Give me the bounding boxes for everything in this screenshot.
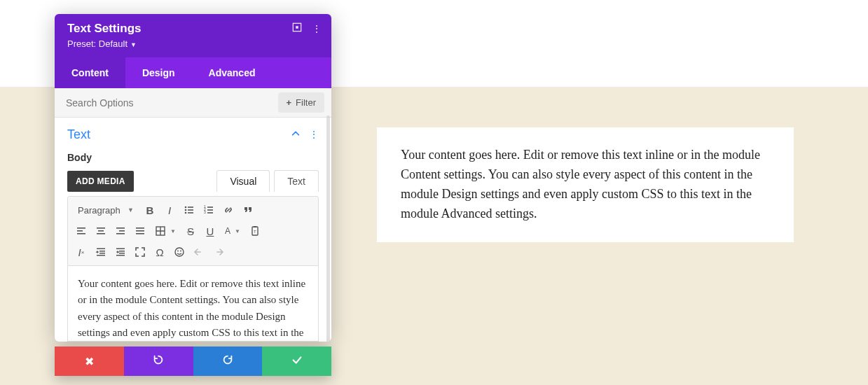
svg-point-42	[180, 251, 181, 252]
svg-point-6	[185, 212, 187, 214]
svg-rect-5	[188, 209, 193, 211]
svg-point-41	[177, 251, 179, 252]
close-icon: ✖	[85, 355, 94, 368]
svg-rect-21	[119, 230, 125, 232]
svg-text:T: T	[254, 230, 256, 234]
section-text-row: Text ⋮	[55, 118, 331, 148]
bold-button[interactable]: B	[141, 201, 159, 219]
svg-rect-19	[97, 233, 105, 234]
svg-text:3: 3	[204, 210, 206, 214]
undo-footer-button[interactable]	[124, 346, 193, 376]
svg-rect-33	[99, 251, 105, 252]
emoji-button[interactable]	[170, 243, 188, 261]
table-button[interactable]: ▼	[151, 222, 180, 240]
preset-dropdown[interactable]: Preset: Default▼	[67, 38, 319, 49]
align-left-button[interactable]	[72, 222, 90, 240]
editor-mode-visual[interactable]: Visual	[216, 170, 270, 192]
filter-button[interactable]: + Filter	[278, 92, 324, 113]
paste-text-button[interactable]: T	[246, 222, 264, 240]
link-button[interactable]	[219, 201, 237, 219]
filter-label: Filter	[296, 97, 316, 108]
svg-rect-9	[207, 209, 213, 211]
preset-prefix: Preset:	[67, 38, 99, 49]
text-color-button[interactable]: A▼	[221, 222, 244, 240]
undo-button[interactable]	[190, 243, 208, 261]
blockquote-button[interactable]	[239, 201, 257, 219]
paragraph-label: Paragraph	[78, 205, 120, 216]
svg-rect-14	[77, 227, 85, 229]
more-options-icon[interactable]: ⋮	[312, 23, 322, 34]
svg-rect-36	[116, 248, 125, 250]
caret-down-icon: ▼	[128, 206, 134, 214]
expand-icon[interactable]	[292, 22, 302, 34]
svg-rect-20	[116, 227, 125, 229]
svg-rect-16	[77, 233, 85, 234]
editor-mode-text[interactable]: Text	[274, 170, 319, 192]
align-justify-button[interactable]	[131, 222, 149, 240]
check-icon	[291, 354, 303, 369]
svg-rect-23	[136, 227, 144, 229]
section-more-icon[interactable]: ⋮	[309, 129, 319, 141]
align-right-button[interactable]	[111, 222, 130, 240]
caret-down-icon: ▼	[235, 228, 240, 234]
preset-value: Default	[99, 38, 128, 49]
svg-rect-24	[136, 230, 144, 232]
svg-rect-7	[188, 212, 193, 214]
body-label: Body	[55, 148, 331, 170]
section-title[interactable]: Text	[67, 127, 291, 142]
caret-down-icon: ▼	[170, 228, 176, 234]
svg-rect-25	[136, 233, 144, 234]
editor-text: Your content goes here. Edit or remove t…	[78, 278, 305, 342]
svg-point-40	[175, 248, 184, 256]
paragraph-dropdown[interactable]: Paragraph ▼	[72, 203, 139, 218]
panel-title: Text Settings	[67, 22, 319, 36]
svg-rect-8	[207, 206, 213, 208]
settings-panel: Text Settings Preset: Default▼ ⋮ Content…	[55, 14, 331, 342]
numbered-list-button[interactable]: 123	[200, 201, 218, 219]
svg-rect-34	[99, 253, 105, 254]
svg-rect-1	[296, 26, 298, 29]
undo-icon	[152, 354, 165, 369]
svg-rect-18	[98, 230, 104, 232]
bullet-list-button[interactable]	[180, 201, 198, 219]
align-center-button[interactable]	[92, 222, 110, 240]
svg-point-2	[185, 206, 187, 209]
svg-rect-37	[119, 251, 125, 252]
add-media-button[interactable]: ADD MEDIA	[67, 171, 134, 192]
italic-button[interactable]: I	[160, 201, 179, 219]
underline-button[interactable]: U	[201, 222, 219, 240]
caret-down-icon: ▼	[130, 41, 137, 48]
panel-scrollbar[interactable]	[326, 115, 330, 342]
svg-rect-32	[97, 248, 105, 250]
svg-rect-39	[116, 255, 125, 256]
redo-button[interactable]	[209, 243, 228, 261]
redo-footer-button[interactable]	[193, 346, 263, 376]
special-character-button[interactable]: Ω	[151, 243, 169, 261]
clear-formatting-button[interactable]: I×	[72, 243, 90, 261]
tab-advanced[interactable]: Advanced	[192, 57, 273, 88]
settings-tabs: Content Design Advanced	[55, 57, 331, 88]
plus-icon: +	[287, 97, 292, 108]
fullscreen-button[interactable]	[131, 243, 149, 261]
search-input[interactable]	[55, 89, 278, 117]
svg-rect-10	[207, 212, 213, 214]
tab-design[interactable]: Design	[125, 57, 192, 88]
svg-rect-15	[77, 230, 83, 232]
tab-content[interactable]: Content	[55, 57, 125, 88]
chevron-up-icon[interactable]	[291, 129, 301, 141]
editor-toolbar: Paragraph ▼ B I 123	[67, 196, 319, 266]
svg-rect-3	[188, 206, 193, 208]
search-filter-bar: + Filter	[55, 88, 331, 118]
svg-rect-17	[97, 227, 105, 229]
svg-rect-30	[254, 226, 256, 227]
cancel-button[interactable]: ✖	[55, 346, 124, 376]
preview-module[interactable]: Your content goes here. Edit or remove t…	[377, 127, 794, 242]
outdent-button[interactable]	[92, 243, 110, 261]
panel-header: Text Settings Preset: Default▼ ⋮	[55, 14, 331, 57]
editor-content[interactable]: Your content goes here. Edit or remove t…	[67, 266, 319, 342]
indent-button[interactable]	[111, 243, 130, 261]
strikethrough-button[interactable]: S	[181, 222, 200, 240]
svg-rect-22	[116, 233, 125, 234]
save-button[interactable]	[262, 346, 331, 376]
editor-area: ADD MEDIA Visual Text Paragraph ▼ B I 12…	[55, 170, 331, 342]
